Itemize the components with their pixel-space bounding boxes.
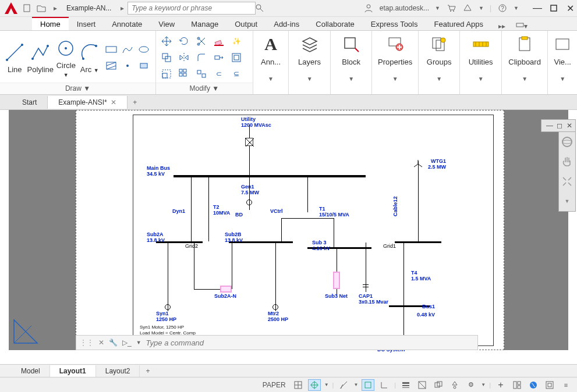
- panel-view[interactable]: Vie... ▼: [548, 31, 577, 94]
- search-icon[interactable]: [254, 3, 265, 13]
- qat-dropdown-icon[interactable]: ▸: [50, 3, 61, 13]
- utility-symbol: [245, 138, 253, 146]
- isolate-icon[interactable]: [543, 379, 556, 391]
- palette-more-icon[interactable]: ▼: [559, 191, 575, 211]
- line-tool[interactable]: Line: [3, 42, 26, 74]
- cmd-close-icon[interactable]: ✕: [98, 338, 104, 347]
- panel-clipboard[interactable]: Clipboard ▼: [502, 31, 548, 94]
- stretch-icon[interactable]: [212, 51, 226, 65]
- fillet-icon[interactable]: [194, 51, 208, 65]
- tab-addins[interactable]: Add-ins: [266, 18, 307, 30]
- add-scale-icon[interactable]: +: [494, 379, 507, 391]
- panel-properties[interactable]: Properties ▼: [372, 31, 418, 94]
- app-store-icon[interactable]: [462, 3, 473, 13]
- title-bar: ▸ Example-AN... ▸ etap.autodesk... ▼ ▼ |…: [0, 0, 577, 17]
- cmd-customize-icon[interactable]: 🔧: [109, 338, 118, 347]
- explode-icon[interactable]: ✨: [229, 34, 243, 48]
- break-icon[interactable]: ⊂: [212, 67, 226, 81]
- tab-overflow-icon[interactable]: ▸▸: [495, 22, 509, 30]
- drawing-canvas[interactable]: Utility1200 MVAsc Main Bus34.5 kV WTG12.…: [0, 110, 577, 350]
- grid-icon[interactable]: [292, 379, 305, 391]
- palette-restore-icon[interactable]: ◻: [555, 122, 564, 130]
- align-icon[interactable]: [194, 67, 208, 81]
- minimize-button[interactable]: —: [533, 3, 542, 13]
- offset-icon[interactable]: [229, 51, 243, 65]
- tab-model[interactable]: Model: [12, 365, 50, 377]
- palette-close-icon[interactable]: ✕: [565, 122, 574, 130]
- move-icon[interactable]: [160, 34, 174, 48]
- add-doc-tab[interactable]: +: [128, 98, 143, 106]
- open-icon[interactable]: [36, 3, 47, 13]
- copy-icon[interactable]: [160, 51, 174, 65]
- zoom-extents-icon[interactable]: [559, 172, 575, 191]
- panel-layers[interactable]: Layers ▼: [289, 31, 331, 94]
- cart-icon[interactable]: [446, 3, 456, 13]
- rotate-icon[interactable]: [177, 34, 191, 48]
- space-indicator[interactable]: PAPER: [263, 381, 286, 389]
- add-layout-tab[interactable]: +: [140, 367, 155, 375]
- transparency-icon[interactable]: [416, 379, 429, 391]
- snap-icon[interactable]: [308, 379, 321, 391]
- tab-featured[interactable]: Featured Apps: [426, 18, 491, 30]
- mirror-icon[interactable]: [177, 51, 191, 65]
- doc-tab-start[interactable]: Start: [12, 96, 48, 109]
- new-icon[interactable]: [22, 3, 33, 13]
- trim-icon[interactable]: [194, 34, 208, 48]
- customize-status-icon[interactable]: ≡: [560, 379, 572, 391]
- region-icon[interactable]: [137, 59, 151, 73]
- tab-panel-dropdown-icon[interactable]: ▾: [512, 22, 531, 30]
- lineweight-icon[interactable]: [399, 379, 412, 391]
- polyline-tool[interactable]: Polyline: [27, 42, 54, 74]
- pan-icon[interactable]: [559, 152, 575, 172]
- circle-tool[interactable]: Circle ▼: [55, 38, 77, 79]
- help-icon[interactable]: ?: [497, 3, 508, 13]
- workspace-icon[interactable]: [511, 379, 523, 391]
- polar-icon[interactable]: [337, 379, 350, 391]
- user-name[interactable]: etap.autodesk...: [380, 4, 429, 12]
- command-input[interactable]: [146, 338, 474, 347]
- breadcrumb-arrow-icon[interactable]: ▸: [117, 3, 128, 13]
- orbit-icon[interactable]: [559, 132, 575, 152]
- cmd-handle-icon[interactable]: ⋮⋮: [80, 338, 94, 347]
- panel-groups[interactable]: Groups ▼: [419, 31, 461, 94]
- sub2b-label: Sub2B13.8 kV: [225, 232, 243, 244]
- erase-icon[interactable]: [212, 34, 226, 48]
- arc-tool[interactable]: Arc ▼: [79, 42, 101, 74]
- point-icon[interactable]: [121, 59, 134, 73]
- hatch-icon[interactable]: [104, 59, 118, 73]
- panel-annotation[interactable]: A Ann... ▼: [253, 31, 289, 94]
- join-icon[interactable]: ⊆: [229, 67, 243, 81]
- close-tab-icon[interactable]: ✕: [111, 98, 116, 106]
- ortho-icon[interactable]: [378, 379, 391, 391]
- sub2a-n-symbol: [220, 286, 232, 293]
- rectangle-icon[interactable]: [104, 42, 118, 56]
- panel-block[interactable]: Block ▼: [331, 31, 373, 94]
- tab-layout1[interactable]: Layout1: [50, 365, 96, 377]
- tab-insert[interactable]: Insert: [69, 18, 104, 30]
- tab-manage[interactable]: Manage: [183, 18, 226, 30]
- tab-view[interactable]: View: [150, 18, 183, 30]
- palette-minimize-icon[interactable]: —: [546, 122, 554, 130]
- scale-icon[interactable]: [160, 67, 174, 81]
- close-button[interactable]: ✕: [565, 3, 575, 13]
- tab-annotate[interactable]: Annotate: [104, 18, 150, 30]
- tab-layout2[interactable]: Layout2: [96, 365, 140, 377]
- array-icon[interactable]: [177, 67, 191, 81]
- tab-home[interactable]: Home: [32, 17, 69, 30]
- tab-express[interactable]: Express Tools: [363, 18, 426, 30]
- user-icon[interactable]: [363, 3, 374, 13]
- tab-output[interactable]: Output: [226, 18, 266, 30]
- osnap-icon[interactable]: [362, 379, 374, 391]
- doc-tab-example[interactable]: Example-ANSI* ✕: [48, 96, 127, 109]
- annotation-scale-icon[interactable]: [448, 379, 461, 391]
- maximize-button[interactable]: [549, 3, 558, 13]
- hardware-accel-icon[interactable]: [527, 379, 540, 391]
- selection-cycling-icon[interactable]: [432, 379, 445, 391]
- tab-collaborate[interactable]: Collaborate: [307, 18, 363, 30]
- ellipse-icon[interactable]: [137, 42, 151, 56]
- spline-icon[interactable]: [121, 42, 134, 56]
- svg-rect-48: [433, 38, 441, 48]
- gear-icon[interactable]: ⚙: [465, 379, 477, 391]
- panel-utilities[interactable]: Utilities ▼: [460, 31, 502, 94]
- search-input[interactable]: [128, 2, 256, 15]
